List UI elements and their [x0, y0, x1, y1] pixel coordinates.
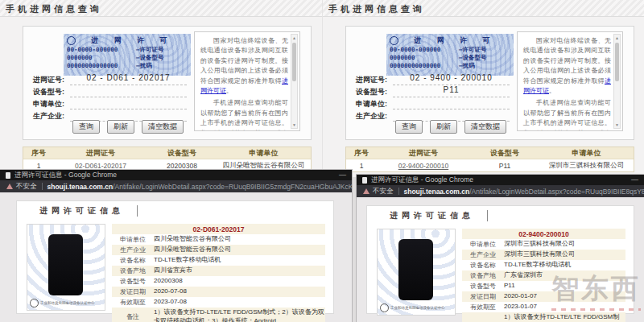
license-stamp-image: 进 网 许 可 00-0000-000000—许可证号 0000000—设备型号…: [386, 34, 514, 76]
detail-row: 设备产地四川省宜宾市: [112, 266, 325, 276]
row-label: 有效期至: [462, 303, 504, 312]
detail-row-remark: 备注1）该设备支持TD-LTE/LTE FDD/GSM制式；2）该设备为双卡双待…: [112, 308, 325, 322]
table-header-row: 序号 进网证号 设备型号 申请单位: [23, 147, 311, 159]
device-photo: 工业和信息化部电信设备认证中心: [377, 229, 456, 316]
stamp-model-mask: 0000000: [390, 54, 459, 62]
row-value: TD-LTE数字移动电话机: [154, 255, 325, 266]
info-paragraph-1: 国家对电信终端设备、无线电通信设备和涉及网间互联的设备实行进网许可制度。接入公用…: [523, 36, 611, 96]
minimize-button[interactable]: —: [339, 171, 346, 179]
cert-number-row: 02-D061-202017: [112, 224, 325, 234]
stamp-scramble-label: —扰码: [136, 62, 152, 70]
detail-row: 设备型号P11: [462, 281, 625, 291]
model-input[interactable]: P11: [393, 85, 510, 97]
detail-row: 设备型号20200308: [112, 276, 325, 287]
clear-button[interactable]: 清空数据: [464, 120, 506, 134]
model-field-label: 设备型号:: [356, 87, 387, 97]
detail-row: 发证日期2020-01-07: [462, 291, 625, 302]
col-index: 序号: [346, 148, 377, 159]
col-model: 设备型号: [147, 148, 217, 159]
stamp-license-mask: 00-0000-000000: [390, 46, 459, 54]
row-label: 有效期至: [112, 298, 154, 307]
row-label: 设备产地: [112, 266, 154, 275]
scrollbar[interactable]: ▲ ▼: [291, 34, 298, 129]
license-number-input[interactable]: 02 - 9400 - 200010: [393, 73, 510, 85]
chrome-window-right: 进网许可证信息 - Google Chrome — 不安全 shouji.ten…: [357, 175, 644, 322]
detail-row: 生产企业深圳市三骐科技有限公司: [462, 250, 625, 260]
row-value: 2023-01-07: [504, 302, 625, 312]
page-title: 手机进网信息查询: [6, 3, 102, 15]
address-bar[interactable]: 不安全 shouji.tenaa.com.cn/Antifake/LoginWe…: [357, 185, 644, 197]
page-favicon: [6, 172, 10, 179]
scrollbar-thumb[interactable]: [615, 43, 619, 81]
col-index: 序号: [23, 148, 54, 159]
minimize-button[interactable]: —: [631, 176, 638, 184]
license-number-input[interactable]: 02 - D061 - 202017: [70, 73, 187, 85]
detail-row-remark: 备注1）该设备支持TD-LTE/LTE FDD/GSM制式；2）该设备为双卡双待…: [462, 312, 625, 322]
stamp-heading: 进 网 许 可: [73, 35, 191, 46]
url-divider: [42, 183, 43, 190]
url-host: shouji.tenaa.com.cn: [47, 183, 114, 191]
row-value: TD-LTE数字移动电话机: [504, 260, 625, 270]
row-label: 发证日期: [462, 292, 504, 301]
window-titlebar[interactable]: 进网许可证信息 - Google Chrome —: [357, 175, 644, 185]
stamp-emblem-icon: [390, 36, 398, 45]
table-header-row: 序号 进网证号 设备型号 申请单位: [346, 147, 634, 159]
row-value: 深圳市三骐科技有限公司: [504, 239, 625, 250]
cell-model: 20200308: [147, 162, 217, 170]
window-titlebar[interactable]: 进网许可证信息 - Google Chrome —: [0, 170, 352, 180]
scrollbar[interactable]: ▲ ▼: [613, 34, 621, 129]
cert-number-row: 02-9400-200010: [462, 229, 625, 239]
detail-row: 生产企业四川朵唯智能云谷有限公司: [112, 245, 325, 255]
row-value: P11: [504, 281, 625, 291]
row-label: 发证日期: [112, 287, 154, 296]
address-bar[interactable]: 不安全 shouji.tenaa.com.cn/Antifake/LoginWe…: [0, 180, 352, 192]
url-divider: [398, 188, 399, 195]
col-applicant: 申请单位: [217, 148, 311, 159]
cell-index: 1: [346, 162, 377, 170]
detail-row: 设备产地广东省深圳市: [462, 270, 625, 281]
photo-caption: 工业和信息化部电信设备认证中心: [40, 301, 95, 305]
scrollbar-thumb[interactable]: [292, 43, 296, 81]
model-field-label: 设备型号:: [33, 87, 64, 97]
row-value: 四川省宜宾市: [154, 266, 325, 276]
search-button[interactable]: 查询: [72, 120, 100, 134]
license-result-link[interactable]: 02-D061-202017: [75, 162, 126, 170]
url-path: /Antifake/LoginWebDetail.aspx?code=RUuqB…: [469, 188, 644, 196]
heading-divider: [487, 210, 488, 221]
scroll-down-icon[interactable]: ▼: [614, 122, 620, 128]
refresh-button[interactable]: 刷新: [430, 120, 457, 134]
license-number-value: 02 - D061 - 202017: [86, 73, 170, 82]
device-photo: 工业和信息化部电信设备认证中心: [27, 224, 105, 311]
scroll-up-icon[interactable]: ▲: [291, 35, 297, 41]
stamp-model-label: —设备型号: [136, 54, 164, 62]
info-paragraph-2: 手机进网信息查询功能可以帮助您了解当前所有在国内上市手机的进网许可证信息。您可以…: [523, 98, 611, 131]
chrome-window-left: 进网许可证信息 - Google Chrome — 不安全 shouji.ten…: [0, 170, 352, 322]
url-host: shouji.tenaa.com.cn: [404, 188, 470, 196]
row-label: 申请单位: [462, 240, 504, 249]
license-field-label: 进网证号:: [33, 75, 64, 85]
applicant-input[interactable]: [70, 97, 187, 109]
license-result-link[interactable]: 02-9400-200010: [398, 162, 448, 170]
row-value: 2020-01-07: [504, 291, 625, 302]
not-secure-label: 不安全: [373, 187, 394, 196]
scroll-down-icon[interactable]: ▼: [291, 122, 297, 128]
row-label: 生产企业: [112, 246, 154, 254]
search-button[interactable]: 查询: [395, 120, 423, 134]
detail-row: 有效期至2023-01-07: [462, 302, 625, 312]
info-paragraph-2: 手机进网信息查询功能可以帮助您了解当前所有在国内上市手机的进网许可证信息。您可以…: [200, 98, 288, 131]
scroll-up-icon[interactable]: ▲: [614, 35, 620, 41]
clear-button[interactable]: 清空数据: [142, 120, 184, 134]
refresh-button[interactable]: 刷新: [107, 120, 134, 134]
model-input[interactable]: [70, 85, 187, 97]
photo-caption: 工业和信息化部电信设备认证中心: [390, 306, 445, 310]
row-label: 备注: [112, 312, 154, 321]
stamp-emblem-icon: [67, 36, 76, 45]
model-value: P11: [443, 85, 459, 94]
info-text-box: 国家对电信终端设备、无线电通信设备和涉及网间互联的设备实行进网许可制度。接入公用…: [194, 31, 300, 131]
applicant-input[interactable]: [393, 97, 510, 109]
license-detail-card: 进网许可证信息 工业和信息化部电信设备认证中心 02-D061-202017 申…: [16, 200, 334, 314]
detail-row: 申请单位四川朵唯智能云谷有限公司: [112, 234, 325, 245]
stamp-scramble-label: —扰码: [459, 62, 475, 70]
result-table: 序号 进网证号 设备型号 申请单位 1 02-9400-200010 P11 深…: [345, 147, 634, 172]
row-label: 生产企业: [462, 250, 504, 259]
